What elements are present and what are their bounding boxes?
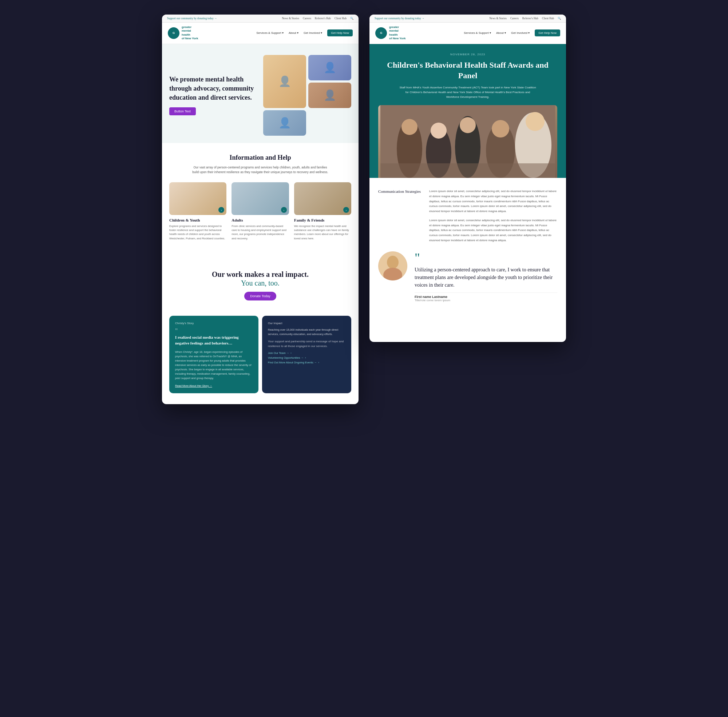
impact-label: Our Impact <box>268 322 346 325</box>
nav-careers-left[interactable]: Careers <box>303 17 311 20</box>
hero-button-left[interactable]: Button Text <box>169 107 196 115</box>
impact-line1: Our work makes a real impact. <box>169 270 351 279</box>
article-desc: Staff from MHA's Youth Assertive Communi… <box>399 85 537 99</box>
christy-link[interactable]: Read More About Her Story → <box>175 384 252 387</box>
svg-rect-11 <box>380 163 555 178</box>
get-help-button-right[interactable]: Get Help Now <box>535 29 560 37</box>
svg-point-10 <box>526 112 544 131</box>
get-involved-nav-right[interactable]: Get Involved ▾ <box>511 31 530 35</box>
top-bar-left: Support our community by donating today … <box>162 15 359 23</box>
svg-point-8 <box>492 120 509 137</box>
card-title-1: Children & Youth <box>169 218 226 222</box>
logo-right[interactable]: G greater mental health of New York <box>375 26 406 41</box>
get-involved-nav-left[interactable]: Get Involved ▾ <box>304 31 322 35</box>
nav-news-right[interactable]: News & Stories <box>489 17 507 20</box>
main-nav-left: G greater mental health of New York Serv… <box>162 23 359 44</box>
logo-icon-left: G <box>168 27 179 39</box>
impact-card: Our Impact Reaching over 15,000 individu… <box>262 316 351 393</box>
cards-row: › Children & Youth Explore programs and … <box>169 182 351 248</box>
quote-mark-1: " <box>175 328 252 334</box>
article-content: Communication Strategies Lorem ipsum dol… <box>369 178 566 313</box>
testimonial-section: " Utilizing a person-centered approach t… <box>378 252 557 302</box>
article-title: Children's Behavioral Health Staff Award… <box>378 59 557 81</box>
nav-links-right: Services & Support ▾ About ▾ Get Involve… <box>464 29 560 37</box>
nav-client-right[interactable]: Client Hub <box>542 17 554 20</box>
svg-point-4 <box>431 123 447 139</box>
testimonial-avatar <box>378 252 407 281</box>
article-image-svg <box>378 105 557 178</box>
testimonial-quote: Utilizing a person-centered approach to … <box>414 266 557 289</box>
christy-body: When Christy*, age 18, began experiencin… <box>175 350 252 380</box>
testimonial-role: Title/role come lorem ipsum <box>414 299 557 302</box>
services-nav-left[interactable]: Services & Support ▾ <box>256 31 284 35</box>
comm-strategies-section: Communication Strategies Lorem ipsum dol… <box>378 189 557 243</box>
hero-image-3: 👤 <box>308 82 351 108</box>
support-text-left[interactable]: Support our community by donating today … <box>167 17 217 20</box>
services-nav-right[interactable]: Services & Support ▾ <box>464 31 491 35</box>
card-title-2: Adults <box>231 218 289 222</box>
search-icon-right[interactable]: 🔍 <box>558 17 561 20</box>
impact-support: Your support and partnership send a mess… <box>268 339 346 349</box>
article-image <box>378 105 557 178</box>
nav-client-left[interactable]: Client Hub <box>335 17 347 20</box>
impact-text: Reaching over 15,000 individuals each ye… <box>268 328 346 337</box>
hero-image-1: 👤 <box>263 55 306 108</box>
logo-left[interactable]: G greater mental health of New York <box>168 26 198 41</box>
card-children: › Children & Youth Explore programs and … <box>169 182 226 248</box>
christy-story-card: Christy's Story " I realized social medi… <box>169 316 258 393</box>
comm-text: Lorem ipsum dolor sit amet, consectetur … <box>429 189 557 243</box>
events-link[interactable]: Find Out More About Ongoing Events → › <box>268 361 346 364</box>
top-nav-links-left: News & Stories Careers Referrer's Hub Cl… <box>282 17 353 20</box>
impact-line2: You can, too. <box>169 279 351 287</box>
card-img-2: › <box>231 182 289 215</box>
card-desc-2: From clinic services and community-based… <box>231 224 289 241</box>
volunteering-link[interactable]: Volunteering Opportunities → › <box>268 356 346 359</box>
article-hero: NOVEMBER 28, 2023 Children's Behavioral … <box>369 44 566 178</box>
join-team-link[interactable]: Join Our Team → › <box>268 351 346 355</box>
card-img-1: › <box>169 182 226 215</box>
logo-text-left: greater mental health of New York <box>182 26 198 41</box>
big-quote-mark: " <box>414 252 557 264</box>
comm-para2: Lorem ipsum dolor sit amet, consectetur … <box>429 218 557 243</box>
donate-button[interactable]: Donate Today <box>244 292 276 301</box>
hero-text-left: We promote mental health through advocac… <box>169 75 257 116</box>
nav-referrer-right[interactable]: Referrer's Hub <box>522 17 538 20</box>
christy-quote: I realized social media was triggering n… <box>175 334 252 346</box>
svg-point-13 <box>387 256 399 269</box>
main-nav-right: G greater mental health of New York Serv… <box>369 23 566 44</box>
search-icon-left[interactable]: 🔍 <box>350 17 353 20</box>
card-desc-3: We recognize the impact mental health an… <box>294 224 351 241</box>
nav-referrer-left[interactable]: Referrer's Hub <box>315 17 331 20</box>
nav-news-left[interactable]: News & Stories <box>282 17 299 20</box>
comm-para1: Lorem ipsum dolor sit amet, consectetur … <box>429 189 557 214</box>
get-help-button-left[interactable]: Get Help Now <box>327 29 353 37</box>
card-arrow-3[interactable]: › <box>343 207 349 213</box>
hero-section-left: We promote mental health through advocac… <box>162 44 359 143</box>
info-heading: Information and Help <box>169 154 351 162</box>
info-section-left: Information and Help Our vast array of p… <box>162 143 359 259</box>
top-bar-right: Support our community by donating today … <box>369 15 566 23</box>
stories-row: Christy's Story " I realized social medi… <box>162 316 359 404</box>
nav-links-left: Services & Support ▾ About ▾ Get Involve… <box>256 29 353 37</box>
nav-careers-right[interactable]: Careers <box>510 17 519 20</box>
support-text-right[interactable]: Support our community by donating today … <box>375 17 424 20</box>
top-nav-links-right: News & Stories Careers Referrer's Hub Cl… <box>489 17 561 20</box>
svg-point-2 <box>401 119 418 135</box>
about-nav-left[interactable]: About ▾ <box>289 31 298 35</box>
testimonial-text-block: " Utilizing a person-centered approach t… <box>414 252 557 302</box>
hero-image-4: 👤 <box>263 110 306 136</box>
avatar-image <box>378 252 407 281</box>
svg-point-6 <box>460 117 476 133</box>
card-family: › Family & Friends We recognize the impa… <box>294 182 351 248</box>
info-subtext: Our vast array of person-centered progra… <box>191 165 329 175</box>
about-nav-right[interactable]: About ▾ <box>496 31 506 35</box>
left-browser-window: Support our community by donating today … <box>162 15 359 404</box>
card-arrow-2[interactable]: › <box>281 207 287 213</box>
comm-label: Communication Strategies <box>378 189 422 243</box>
card-adults: › Adults From clinic services and commun… <box>231 182 289 248</box>
card-title-3: Family & Friends <box>294 218 351 222</box>
card-desc-1: Explore programs and services designed t… <box>169 224 226 241</box>
christy-label: Christy's Story <box>175 322 252 325</box>
impact-section: Our work makes a real impact. You can, t… <box>162 259 359 316</box>
card-arrow-1[interactable]: › <box>219 207 224 213</box>
